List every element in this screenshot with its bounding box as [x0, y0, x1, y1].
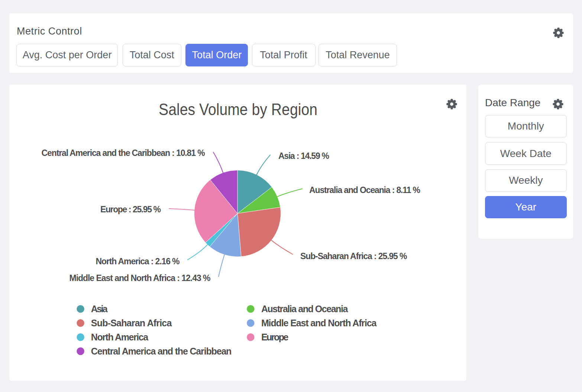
svg-text:Asia: Asia: [91, 304, 108, 314]
svg-text:Middle East and North Africa: Middle East and North Africa: [261, 318, 377, 328]
svg-text:Sales Volume by Region: Sales Volume by Region: [159, 100, 317, 119]
svg-text:North America : 2.16 %: North America : 2.16 %: [96, 257, 180, 266]
svg-text:Europe: Europe: [261, 332, 289, 342]
svg-text:Sub-Saharan Africa : 25.95 %: Sub-Saharan Africa : 25.95 %: [300, 251, 407, 261]
svg-text:Australia and Oceania: Australia and Oceania: [261, 304, 348, 314]
svg-text:Middle East and North Africa :: Middle East and North Africa : 12.43 %: [69, 273, 211, 283]
svg-text:Central America and the Caribb: Central America and the Caribbean : 10.8…: [42, 148, 205, 158]
svg-text:Central America and the Caribb: Central America and the Caribbean: [91, 346, 232, 356]
svg-text:North America: North America: [91, 332, 149, 342]
svg-text:Australia and Oceania : 8.11 %: Australia and Oceania : 8.11 %: [309, 185, 420, 195]
svg-text:Europe : 25.95 %: Europe : 25.95 %: [100, 205, 161, 214]
svg-text:Asia : 14.59 %: Asia : 14.59 %: [278, 151, 329, 161]
svg-text:Sub-Saharan Africa: Sub-Saharan Africa: [91, 318, 172, 328]
